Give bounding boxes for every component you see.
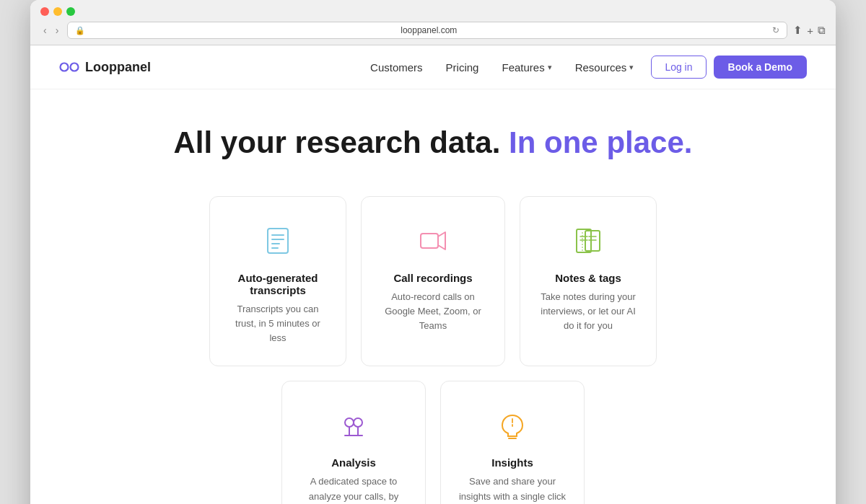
nav-resources-label: Resources — [575, 61, 627, 74]
back-button[interactable]: ‹ — [40, 23, 50, 37]
card-recordings-title: Call recordings — [393, 272, 472, 284]
traffic-lights — [40, 7, 826, 16]
nav-customers[interactable]: Customers — [370, 61, 423, 74]
card-transcripts-title: Auto-generated transcripts — [227, 272, 328, 296]
traffic-light-green[interactable] — [66, 7, 75, 16]
logo-icon — [59, 61, 79, 73]
card-transcripts: Auto-generated transcripts Transcripts y… — [209, 196, 346, 366]
card-insights: Insights Save and share your insights wi… — [440, 381, 585, 504]
card-insights-icon — [497, 407, 528, 443]
browser-window: ‹ › 🔒 looppanel.com ↻ ⬆ + ⧉ — [30, 0, 836, 504]
cards-row-bottom: Analysis A dedicated space to analyze yo… — [74, 381, 792, 504]
card-recordings: Call recordings Auto-record calls on Goo… — [361, 196, 505, 366]
url-text: looppanel.com — [89, 25, 768, 35]
tabs-button[interactable]: ⧉ — [818, 24, 826, 37]
card-notes: Notes & tags Take notes during your inte… — [520, 196, 657, 366]
card-analysis-icon — [338, 407, 369, 443]
traffic-light-yellow[interactable] — [53, 7, 62, 16]
svg-point-1 — [71, 63, 79, 71]
svg-rect-9 — [577, 229, 591, 252]
login-button[interactable]: Log in — [651, 56, 706, 79]
browser-nav-controls: ‹ › — [40, 23, 61, 37]
browser-toolbar: ‹ › 🔒 looppanel.com ↻ ⬆ + ⧉ — [40, 22, 826, 45]
reload-icon: ↻ — [772, 25, 779, 35]
new-tab-button[interactable]: + — [807, 24, 813, 37]
cards-row-top: Auto-generated transcripts Transcripts y… — [74, 196, 792, 366]
address-bar[interactable]: 🔒 looppanel.com ↻ — [67, 22, 787, 39]
browser-chrome: ‹ › 🔒 looppanel.com ↻ ⬆ + ⧉ — [30, 0, 836, 45]
card-transcripts-desc: Transcripts you can trust, in 5 minutes … — [227, 302, 328, 345]
logo[interactable]: Looppanel — [59, 60, 151, 75]
hero-title-part2: In one place. — [509, 125, 692, 159]
demo-button[interactable]: Book a Demo — [714, 56, 807, 79]
nav-customers-label: Customers — [370, 61, 423, 74]
lock-icon: 🔒 — [75, 26, 85, 35]
forward-button[interactable]: › — [53, 23, 62, 37]
card-notes-desc: Take notes during your interviews, or le… — [538, 290, 639, 333]
svg-rect-2 — [268, 229, 288, 253]
svg-point-0 — [61, 63, 69, 71]
nav-features-label: Features — [502, 61, 544, 74]
page-content: Looppanel Customers Pricing Features — [30, 45, 836, 504]
card-recordings-desc: Auto-record calls on Google Meet, Zoom, … — [379, 290, 487, 333]
card-notes-title: Notes & tags — [555, 272, 621, 284]
card-insights-title: Insights — [491, 456, 533, 469]
svg-point-16 — [345, 418, 354, 427]
cards-section: Auto-generated transcripts Transcripts y… — [30, 189, 836, 504]
hero-title: All your research data. In one place. — [59, 125, 807, 160]
share-button[interactable]: ⬆ — [793, 24, 802, 37]
nav-links: Customers Pricing Features ▾ Res — [370, 61, 634, 74]
card-transcripts-icon — [262, 223, 294, 259]
logo-text: Looppanel — [85, 60, 151, 75]
card-recordings-icon — [417, 223, 449, 259]
hero-title-part1: All your research data. — [174, 125, 501, 159]
card-analysis: Analysis A dedicated space to analyze yo… — [281, 381, 426, 504]
browser-actions: ⬆ + ⧉ — [793, 24, 826, 37]
card-notes-icon — [572, 223, 604, 259]
card-analysis-title: Analysis — [331, 456, 376, 469]
features-chevron-icon: ▾ — [548, 63, 552, 72]
hero-section: All your research data. In one place. — [30, 89, 836, 189]
svg-point-17 — [354, 418, 362, 427]
nav-resources[interactable]: Resources ▾ — [575, 61, 634, 74]
resources-chevron-icon: ▾ — [629, 63, 634, 72]
nav-pricing-label: Pricing — [446, 61, 479, 74]
card-analysis-desc: A dedicated space to analyze your calls,… — [299, 474, 408, 504]
svg-rect-10 — [585, 231, 600, 251]
svg-rect-7 — [421, 234, 438, 248]
nav-features[interactable]: Features ▾ — [502, 61, 551, 74]
nav-pricing[interactable]: Pricing — [446, 61, 479, 74]
traffic-light-red[interactable] — [40, 7, 49, 16]
card-insights-desc: Save and share your insights with a sing… — [458, 474, 567, 503]
navbar: Looppanel Customers Pricing Features — [30, 45, 836, 89]
svg-marker-8 — [438, 232, 445, 249]
